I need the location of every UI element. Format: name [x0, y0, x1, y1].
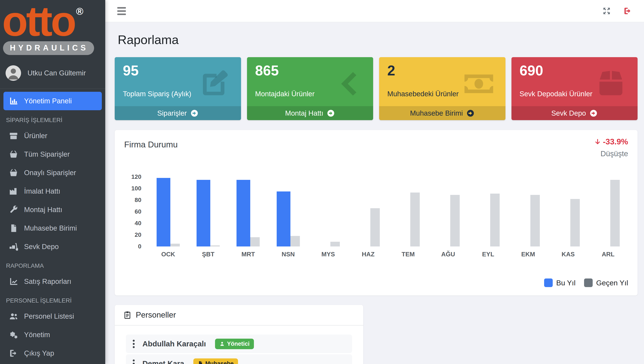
- person-photo-icon: [6, 65, 21, 81]
- sidebar-nav: Yönetim Paneli SİPARİŞ İŞLEMLERİ Ürünler…: [0, 89, 105, 364]
- card-footer-link[interactable]: Siparişler: [115, 106, 241, 120]
- y-tick-label: 60: [135, 208, 141, 215]
- sidebar-item-sevk-depo[interactable]: Sevk Depo: [4, 238, 102, 256]
- chart-plot: [148, 177, 628, 246]
- card-footer-label: Siparişler: [157, 109, 187, 117]
- user-name: Utku Can Gültemir: [28, 69, 86, 77]
- card-footer-label: Sevk Depo: [552, 109, 586, 117]
- stat-cards: 95 Toplam Sipariş (Aylık) Siparişler 865…: [115, 57, 638, 120]
- wrench-icon: [9, 205, 18, 214]
- sidebar-item-label: Tüm Siparişler: [24, 150, 70, 158]
- x-tick-label: TEM: [388, 251, 428, 258]
- sidebar-item-onayli-siparisler[interactable]: Onaylı Siparişler: [4, 164, 102, 182]
- arrow-circle-right-icon: [190, 109, 198, 117]
- sidebar-item-montaj-hatti[interactable]: Montaj Hattı: [4, 200, 102, 219]
- stat-card-sevk-depo: 690 Sevk Depodaki Ürünler Sevk Depo: [512, 57, 638, 120]
- x-tick-label: EYL: [468, 251, 508, 258]
- arrow-circle-right-icon: [590, 109, 598, 117]
- person-name: Demet Kara: [142, 359, 184, 364]
- chart-card: Firma Durumu -33.9% Düşüşte 020406080100…: [115, 130, 638, 296]
- bar-this-year: [277, 192, 290, 247]
- sidebar-item-cikis-yap[interactable]: Çıkış Yap: [4, 344, 102, 362]
- x-tick-label: KAS: [548, 251, 588, 258]
- bar-group: [428, 177, 468, 246]
- bar-last-year: [610, 180, 620, 247]
- topbar: [105, 0, 644, 22]
- expand-arrows-icon[interactable]: [602, 7, 611, 15]
- sidebar-item-tum-siparisler[interactable]: Tüm Siparişler: [4, 145, 102, 164]
- sidebar-item-label: Yönetim: [24, 331, 50, 339]
- chart-line-icon: [9, 277, 18, 286]
- sidebar-item-satis-raporlari[interactable]: Satış Raporları: [4, 272, 102, 291]
- card-footer-link[interactable]: Montaj Hattı: [247, 106, 373, 120]
- sidebar-item-yonetim-paneli[interactable]: Yönetim Paneli: [4, 92, 102, 110]
- nav-section-header: SİPARİŞ İŞLEMLERİ: [4, 110, 102, 126]
- x-tick-label: EKM: [508, 251, 548, 258]
- shopping-basket-icon: [9, 168, 18, 177]
- x-tick-label: OCK: [148, 251, 188, 258]
- sidebar-item-yonetim[interactable]: Yönetim: [4, 326, 102, 344]
- card-footer-link[interactable]: Muhasebe Birimi: [379, 106, 506, 120]
- user-panel: Utku Can Gültemir: [0, 58, 105, 89]
- stat-card-montaj-hatti: 865 Montajdaki Ürünler Montaj Hattı: [247, 57, 373, 120]
- grip-vertical-icon[interactable]: [133, 340, 135, 348]
- personnel-title: Personeller: [136, 310, 176, 320]
- chart-bar-icon: [9, 96, 18, 106]
- dolly-icon: [9, 242, 18, 251]
- legend-swatch: [544, 278, 553, 287]
- y-tick-label: 40: [135, 220, 141, 227]
- bar-group: [148, 177, 188, 246]
- y-tick-label: 100: [131, 185, 141, 192]
- shopping-basket-icon: [9, 150, 18, 159]
- x-tick-label: NSN: [268, 251, 308, 258]
- brand-logo: otto® HYDRAULICS: [0, 0, 105, 58]
- role-badge: Muhasebe: [193, 358, 238, 364]
- brand-wordmark: otto®: [2, 1, 83, 41]
- box-icon: [9, 131, 18, 140]
- users-icon: [9, 312, 18, 321]
- clipboard-icon: [123, 311, 132, 319]
- nav-section-header: RAPORLAMA: [4, 256, 102, 272]
- sidebar-item-imalat-hatti[interactable]: İmalat Hattı: [4, 182, 102, 200]
- chevron-left-icon: [329, 66, 364, 101]
- bar-group: [348, 177, 388, 246]
- bar-group: [268, 177, 308, 246]
- bar-last-year: [330, 242, 340, 246]
- sidebar-item-muhasebe-birimi[interactable]: Muhasebe Birimi: [4, 219, 102, 238]
- sidebar-item-urunler[interactable]: Ürünler: [4, 126, 102, 145]
- person-name: Abdullah Karaçalı: [142, 340, 206, 348]
- legend-swatch: [584, 278, 593, 287]
- brand-name: otto: [2, 1, 75, 41]
- bar-last-year: [370, 208, 380, 246]
- legend-item: Geçen Yıl: [584, 278, 628, 287]
- chart-title: Firma Durumu: [124, 140, 178, 149]
- bar-last-year: [170, 244, 180, 247]
- card-footer-label: Muhasebe Birimi: [410, 109, 463, 117]
- chart-x-axis: OCKŞBTMRTNSNMYSHAZTEMAĞUEYLEKMKASARL: [148, 251, 628, 258]
- y-tick-label: 0: [138, 243, 141, 250]
- bar-last-year: [450, 195, 460, 246]
- list-item[interactable]: Demet Kara Muhasebe: [126, 354, 352, 364]
- card-footer-link[interactable]: Sevk Depo: [512, 106, 638, 120]
- sign-out-icon[interactable]: [624, 7, 632, 15]
- money-bill-icon: [462, 66, 496, 101]
- grip-vertical-icon[interactable]: [133, 360, 135, 364]
- trend-percent: -33.9%: [594, 137, 628, 146]
- bar-chart: 020406080100120 OCKŞBTMRTNSNMYSHAZTEMAĞU…: [124, 177, 628, 258]
- x-tick-label: AĞU: [428, 251, 468, 258]
- chart-header: Firma Durumu -33.9% Düşüşte: [124, 137, 628, 158]
- bar-last-year: [290, 236, 300, 246]
- x-tick-label: MRT: [228, 251, 268, 258]
- sidebar-item-personel-listesi[interactable]: Personel Listesi: [4, 307, 102, 326]
- list-item[interactable]: Abdullah Karaçalı Yönetici: [126, 334, 352, 353]
- bar-last-year: [250, 237, 260, 246]
- file-icon: [198, 361, 203, 364]
- y-tick-label: 20: [135, 232, 141, 238]
- bar-group: [228, 177, 268, 246]
- trend-indicator: -33.9% Düşüşte: [594, 137, 628, 158]
- arrow-down-icon: [594, 138, 601, 146]
- registered-trademark-icon: ®: [76, 7, 83, 16]
- bar-last-year: [410, 192, 420, 246]
- sidebar-item-label: Satış Raporları: [24, 278, 71, 286]
- menu-toggle-icon[interactable]: [117, 7, 126, 15]
